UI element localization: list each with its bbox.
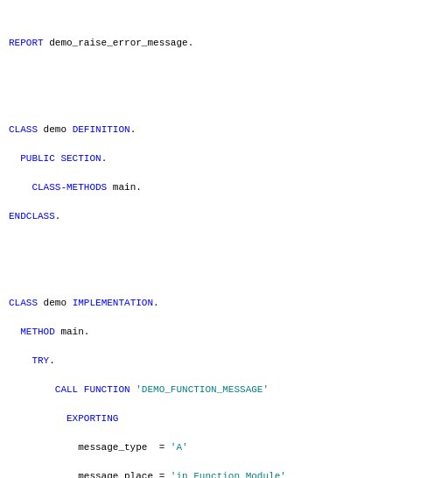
kw: CLASS-METHODS [32,182,107,193]
line-10: TRY. [9,354,439,369]
line-8: CLASS demo IMPLEMENTATION. [9,296,439,311]
line-9: METHOD main. [9,325,439,340]
kw: PUBLIC [20,153,55,164]
line-4: PUBLIC SECTION. [9,151,439,166]
kw: CLASS [9,298,38,308]
line-13: message_type = 'A' [9,440,439,455]
kw: CALL FUNCTION [55,384,130,395]
line-11: CALL FUNCTION 'DEMO_FUNCTION_MESSAGE' [9,383,439,397]
kw: CLASS [9,124,38,135]
kw: ENDCLASS [9,211,55,221]
str: 'DEMO_FUNCTION_MESSAGE' [136,384,269,395]
line-blank-1 [9,80,439,95]
kw: EXPORTING [66,413,118,424]
kw: DEFINITION [73,124,130,135]
line-3: CLASS demo DEFINITION. [9,123,439,137]
line-12: EXPORTING [9,411,439,426]
line-14: message_place = 'in Function Module' [9,469,439,478]
kw: METHOD [20,327,55,337]
line-1: REPORT demo_raise_error_message. [9,36,439,51]
line-6: ENDCLASS. [9,209,439,224]
kw: IMPLEMENTATION [73,298,153,308]
kw: REPORT [9,38,44,48]
str: 'in Function Module' [171,471,286,478]
code-editor: REPORT demo_raise_error_message. CLASS d… [9,7,439,478]
line-blank-2 [9,253,439,268]
kw: SECTION [60,153,101,164]
kw: TRY [32,355,49,366]
line-5: CLASS-METHODS main. [9,180,439,195]
str: 'A' [171,442,188,453]
